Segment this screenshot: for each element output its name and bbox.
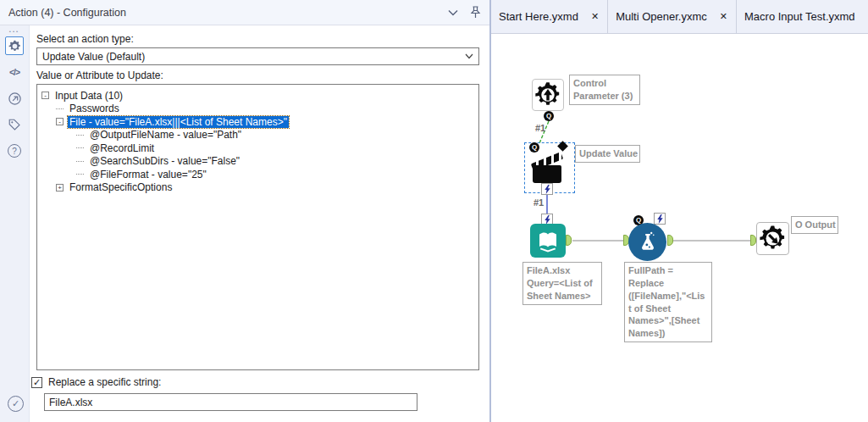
input-anchor[interactable] xyxy=(750,235,756,246)
tab-start-here[interactable]: Start Here.yxmd ✕ xyxy=(491,0,608,33)
control-parameter-tool[interactable] xyxy=(532,79,564,111)
lightning-output-anchor[interactable] xyxy=(541,183,553,195)
output-anchor[interactable] xyxy=(667,235,673,246)
output-anchor[interactable] xyxy=(566,235,572,246)
tree-item-selected[interactable]: - File - value="FileA.xlsx|||<List of Sh… xyxy=(39,115,477,129)
update-value-tool[interactable] xyxy=(529,153,568,186)
lightning-anchor[interactable] xyxy=(654,213,666,225)
config-sidebar: ••• </> ? ✓ xyxy=(0,25,30,422)
annotation-code-icon[interactable]: </> xyxy=(5,63,24,81)
q-input-anchor[interactable]: Q xyxy=(529,142,539,153)
control-parameter-label[interactable]: Control Parameter (3) xyxy=(569,75,640,105)
workflow-canvas[interactable]: Control Parameter (3) Q #1 Q Update Valu… xyxy=(491,34,868,422)
configuration-gear-icon[interactable] xyxy=(5,36,24,55)
configuration-panel: Action (4) - Configuration ••• </> xyxy=(0,0,491,422)
q-output-anchor[interactable]: Q xyxy=(544,111,554,121)
tab-macro-input-test[interactable]: Macro Input Test.yxmd ✕ xyxy=(737,0,868,33)
tab-multi-opener[interactable]: Multi Opener.yxmc ✕ xyxy=(608,0,737,33)
flask-icon xyxy=(636,230,660,254)
open-book-icon xyxy=(535,228,561,253)
drag-handle-dots-icon[interactable]: ••• xyxy=(9,29,19,34)
tree-item[interactable]: @SearchSubDirs - value="False" xyxy=(39,155,477,169)
tree-guide-line xyxy=(56,108,64,109)
tree-item[interactable]: + FormatSpecificOptions xyxy=(39,181,477,195)
collapse-expander-icon[interactable]: - xyxy=(41,92,49,99)
connection-label: #1 xyxy=(534,197,544,208)
tree-guide-line xyxy=(76,147,84,148)
collapse-expander-icon[interactable]: - xyxy=(56,118,64,125)
tree-item[interactable]: @OutputFileName - value="Path" xyxy=(39,129,477,142)
tree-guide-line xyxy=(76,135,84,136)
alteryx-window: Action (4) - Configuration ••• </> xyxy=(0,0,868,422)
collapse-chevron-icon[interactable] xyxy=(448,9,458,16)
tree-item[interactable]: @FileFormat - value="25" xyxy=(39,168,477,181)
input-data-tool[interactable] xyxy=(530,224,566,258)
tree-item[interactable]: Passwords xyxy=(39,103,477,116)
replace-string-checkbox[interactable]: ✓ xyxy=(31,377,42,388)
value-attribute-label: Value or Attribute to Update: xyxy=(36,69,479,81)
gear-exit-arrow-icon xyxy=(759,225,787,253)
configuration-titlebar: Action (4) - Configuration xyxy=(0,0,489,25)
replace-string-label: Replace a specific string: xyxy=(48,376,161,388)
panel-title: Action (4) - Configuration xyxy=(8,7,436,19)
config-content: Select an action type: Update Value (Def… xyxy=(30,25,489,422)
gear-up-arrow-icon xyxy=(534,81,561,108)
action-type-label: Select an action type: xyxy=(36,33,479,45)
action-type-select[interactable]: Update Value (Default) xyxy=(36,47,479,65)
close-icon[interactable]: ✕ xyxy=(591,11,599,22)
pin-icon[interactable] xyxy=(470,6,481,19)
formula-tool[interactable] xyxy=(628,223,666,261)
macro-output-label[interactable]: O Output xyxy=(791,216,838,234)
close-icon[interactable]: ✕ xyxy=(720,11,727,22)
tree-guide-line xyxy=(76,161,84,162)
workflow-area: Start Here.yxmd ✕ Multi Opener.yxmc ✕ Ma… xyxy=(491,0,868,422)
attribute-tree: - Input Data (10) Passwords - File - val… xyxy=(36,84,479,370)
chevron-down-icon xyxy=(465,53,473,59)
share-icon[interactable] xyxy=(5,89,24,108)
tree-item[interactable]: - Input Data (10) xyxy=(39,89,477,103)
tag-icon[interactable] xyxy=(5,115,24,134)
clapperboard-icon xyxy=(533,165,561,183)
expand-expander-icon[interactable]: + xyxy=(56,184,64,192)
macro-output-tool[interactable] xyxy=(756,222,789,255)
help-icon[interactable]: ? xyxy=(5,142,24,160)
replace-string-input[interactable] xyxy=(44,393,417,411)
tree-item[interactable]: @RecordLimit xyxy=(39,142,477,155)
connection-label: #1 xyxy=(535,123,545,133)
action-type-value: Update Value (Default) xyxy=(42,51,465,63)
input-data-annotation[interactable]: FileA.xlsx Query=<List of Sheet Names> xyxy=(522,262,602,305)
formula-annotation[interactable]: FullPath = Replace ([FileName],"<Lis t o… xyxy=(624,262,712,342)
tree-guide-line xyxy=(76,174,84,175)
valid-check-icon: ✓ xyxy=(8,396,24,412)
update-value-label[interactable]: Update Value xyxy=(575,145,640,163)
document-tabstrip: Start Here.yxmd ✕ Multi Opener.yxmc ✕ Ma… xyxy=(491,0,868,34)
